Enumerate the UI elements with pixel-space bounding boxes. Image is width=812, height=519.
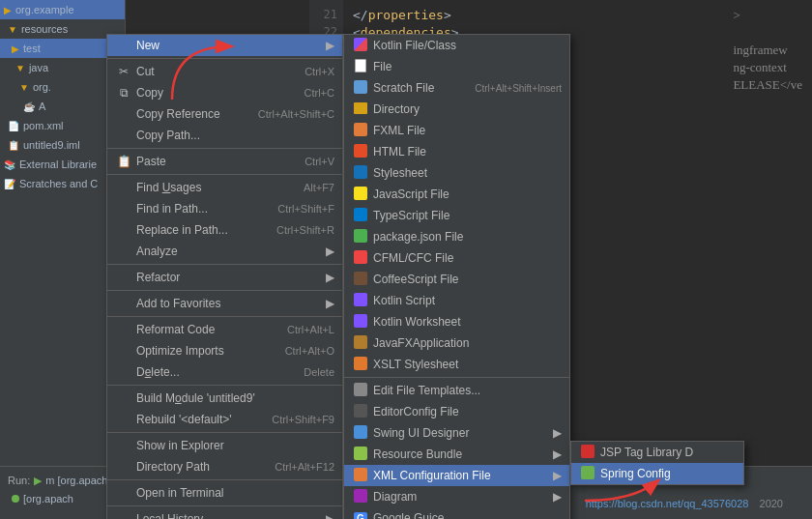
submenu-new-diagram[interactable]: Diagram ▶ bbox=[344, 486, 569, 507]
menu-item-new[interactable]: New ▶ bbox=[107, 35, 342, 56]
menu-label-delete: Delete... bbox=[136, 365, 296, 379]
sidebar-label-resources: resources bbox=[21, 23, 68, 35]
menu-item-analyze[interactable]: Analyze ▶ bbox=[107, 241, 342, 262]
submenu-new-html[interactable]: HTML File bbox=[344, 141, 569, 162]
submenu-new-tpl[interactable]: Edit File Templates... bbox=[344, 380, 569, 401]
copy-shortcut: Ctrl+C bbox=[304, 87, 334, 99]
submenu-new-dir[interactable]: Directory bbox=[344, 99, 569, 120]
separator-10 bbox=[107, 505, 342, 506]
submenu-new-res[interactable]: Resource Bundle ▶ bbox=[344, 444, 569, 465]
dir-path-shortcut: Ctrl+Alt+F12 bbox=[275, 461, 334, 473]
menu-item-rebuild[interactable]: Rebuild '<default>' Ctrl+Shift+F9 bbox=[107, 409, 342, 430]
ec-icon bbox=[352, 404, 369, 420]
menu-label-local-history: Local History bbox=[136, 512, 322, 519]
submenu-label-xslt: XSLT Stylesheet bbox=[373, 358, 562, 371]
submenu-new-kw[interactable]: Kotlin Worksheet bbox=[344, 311, 569, 332]
submenu-label-pkg: package.json File bbox=[373, 230, 562, 244]
menu-item-find-path[interactable]: Find in Path... Ctrl+Shift+F bbox=[107, 198, 342, 219]
menu-item-replace-path[interactable]: Replace in Path... Ctrl+Shift+R bbox=[107, 219, 342, 241]
file-icon bbox=[352, 59, 369, 75]
menu-item-open-terminal[interactable]: Open in Terminal bbox=[107, 482, 342, 504]
submenu-new-ts[interactable]: TypeScript File bbox=[344, 205, 569, 226]
new-arrow: ▶ bbox=[326, 39, 334, 52]
menu-item-local-history[interactable]: Local History ▶ bbox=[107, 508, 342, 519]
line-num-21: 21 bbox=[309, 8, 343, 25]
menu-label-dir-path: Directory Path bbox=[136, 460, 267, 474]
submenu-label-kw: Kotlin Worksheet bbox=[373, 315, 562, 329]
scratch-shortcut: Ctrl+Alt+Shift+Insert bbox=[475, 83, 562, 94]
folder-icon-org: ▼ bbox=[19, 82, 29, 93]
submenu-new-kotlin[interactable]: Kotlin File/Class bbox=[344, 35, 569, 56]
menu-item-paste[interactable]: 📋 Paste Ctrl+V bbox=[107, 151, 342, 172]
separator-6 bbox=[107, 316, 342, 317]
separator-new-1 bbox=[344, 377, 569, 378]
menu-label-add-favorites: Add to Favorites bbox=[136, 297, 322, 310]
submenu-new-ec[interactable]: EditorConfig File bbox=[344, 401, 569, 422]
sidebar-item-org-example[interactable]: ▶ org.example bbox=[0, 0, 125, 19]
submenu-new-xml-config[interactable]: XML Configuration File ▶ bbox=[344, 465, 569, 486]
sidebar-label-test: test bbox=[23, 43, 41, 54]
analyze-arrow: ▶ bbox=[326, 245, 334, 258]
menu-item-cut[interactable]: ✂ Cut Ctrl+X bbox=[107, 61, 342, 82]
scratch-icon bbox=[352, 80, 369, 97]
kw-icon bbox=[352, 314, 369, 331]
submenu-new-file[interactable]: File bbox=[344, 56, 569, 77]
submenu-new-fxml[interactable]: FXML File bbox=[344, 120, 569, 141]
delete-shortcut: Delete bbox=[304, 366, 334, 378]
submenu-new-pkg[interactable]: package.json File bbox=[344, 226, 569, 247]
menu-item-find-usages[interactable]: Find Usages Alt+F7 bbox=[107, 177, 342, 198]
menu-item-reformat[interactable]: Reformat Code Ctrl+Alt+L bbox=[107, 319, 342, 340]
menu-item-refactor[interactable]: Refactor ▶ bbox=[107, 267, 342, 288]
submenu-label-jsptag: JSP Tag Library D bbox=[600, 446, 736, 459]
menu-label-analyze: Analyze bbox=[136, 245, 322, 258]
submenu-new-js[interactable]: JavaScript File bbox=[344, 184, 569, 205]
menu-item-show-explorer[interactable]: Show in Explorer bbox=[107, 435, 342, 456]
submenu-new-cfml[interactable]: CFML/CFC File bbox=[344, 247, 569, 269]
submenu-new-guice[interactable]: G Google Guice bbox=[344, 507, 569, 519]
menu-item-copy-reference[interactable]: Copy Reference Ctrl+Alt+Shift+C bbox=[107, 103, 342, 125]
submenu-new-xslt[interactable]: XSLT Stylesheet bbox=[344, 354, 569, 375]
submenu-label-javafx: JavaFXApplication bbox=[373, 336, 562, 350]
submenu-label-res: Resource Bundle bbox=[373, 447, 549, 461]
menu-item-delete[interactable]: Delete... Delete bbox=[107, 361, 342, 383]
submenu-new-scratch[interactable]: Scratch File Ctrl+Alt+Shift+Insert bbox=[344, 77, 569, 99]
menu-label-cut: Cut bbox=[136, 65, 297, 78]
submenu-label-cfml: CFML/CFC File bbox=[373, 251, 562, 265]
menu-label-copy-reference: Copy Reference bbox=[136, 107, 250, 121]
submenu-new-css[interactable]: Stylesheet bbox=[344, 162, 569, 184]
separator-3 bbox=[107, 174, 342, 175]
submenu-label-dir: Directory bbox=[373, 102, 562, 116]
menu-item-copy[interactable]: ⧉ Copy Ctrl+C bbox=[107, 82, 342, 103]
run-icon-1: ▶ bbox=[34, 475, 42, 487]
submenu-new-ks[interactable]: Kotlin Script bbox=[344, 290, 569, 311]
diagram-arrow: ▶ bbox=[553, 490, 562, 504]
swing-arrow: ▶ bbox=[553, 426, 562, 440]
submenu-label-ks: Kotlin Script bbox=[373, 294, 562, 307]
menu-item-dir-path[interactable]: Directory Path Ctrl+Alt+F12 bbox=[107, 456, 342, 477]
submenu-xml-spring[interactable]: Spring Config bbox=[571, 463, 743, 484]
sidebar-label-org-example: org.example bbox=[15, 4, 74, 15]
submenu-label-diagram: Diagram bbox=[373, 490, 549, 504]
submenu-new-javafx[interactable]: JavaFXApplication bbox=[344, 332, 569, 354]
menu-item-add-favorites[interactable]: Add to Favorites ▶ bbox=[107, 293, 342, 314]
submenu-new-coffee[interactable]: CoffeeScript File bbox=[344, 269, 569, 290]
javafx-icon bbox=[352, 335, 369, 352]
submenu-label-guice: Google Guice bbox=[373, 511, 562, 519]
ks-icon bbox=[352, 293, 369, 309]
html-icon bbox=[352, 144, 369, 160]
submenu-new-swing[interactable]: Swing UI Designer ▶ bbox=[344, 422, 569, 444]
paste-icon: 📋 bbox=[115, 155, 132, 168]
menu-item-build-module[interactable]: Build Module 'untitled9' bbox=[107, 388, 342, 409]
menu-item-copy-path[interactable]: Copy Path... bbox=[107, 125, 342, 146]
submenu-xml-jsptag[interactable]: JSP Tag Library D bbox=[571, 442, 743, 463]
xslt-icon bbox=[352, 357, 369, 373]
submenu-label-ts: TypeScript File bbox=[373, 209, 562, 222]
menu-label-reformat: Reformat Code bbox=[136, 323, 279, 336]
submenu-label-ec: EditorConfig File bbox=[373, 405, 562, 418]
submenu-label-scratch: Scratch File bbox=[373, 81, 467, 95]
res-icon bbox=[352, 447, 369, 463]
sidebar-label-scratches: Scratches and C bbox=[19, 178, 98, 189]
menu-item-optimize[interactable]: Optimize Imports Ctrl+Alt+O bbox=[107, 340, 342, 361]
folder-icon: ▶ bbox=[4, 5, 12, 15]
submenu-label-kotlin: Kotlin File/Class bbox=[373, 39, 562, 52]
